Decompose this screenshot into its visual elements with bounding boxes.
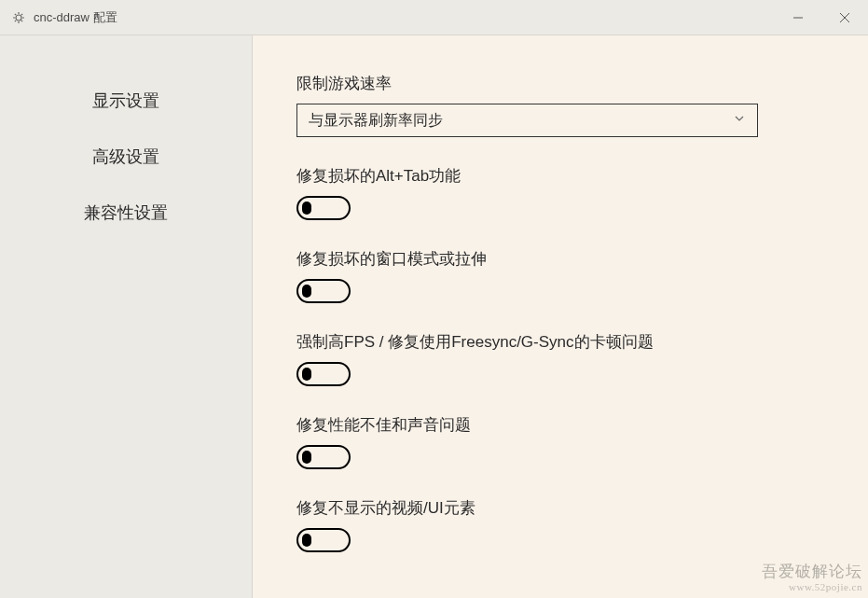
toggle-knob [302, 451, 311, 464]
setting-fix-perf: 修复性能不佳和声音问题 [296, 414, 823, 469]
watermark-main: 吾爱破解论坛 [762, 563, 862, 581]
watermark-sub: www.52pojie.cn [762, 581, 862, 592]
fix-ui-toggle[interactable] [296, 528, 351, 552]
titlebar: cnc-ddraw 配置 [0, 0, 868, 35]
select-value: 与显示器刷新率同步 [309, 111, 733, 131]
setting-label: 修复损坏的Alt+Tab功能 [296, 165, 823, 187]
setting-limit-speed: 限制游戏速率 与显示器刷新率同步 [296, 73, 823, 137]
toggle-knob [302, 534, 311, 547]
chevron-down-icon [733, 112, 746, 129]
svg-point-0 [16, 15, 21, 21]
fix-window-toggle[interactable] [296, 279, 351, 303]
watermark: 吾爱破解论坛 www.52pojie.cn [762, 563, 862, 592]
force-fps-toggle[interactable] [296, 362, 351, 386]
toggle-knob [302, 202, 311, 215]
setting-force-fps: 强制高FPS / 修复使用Freesync/G-Sync的卡顿问题 [296, 331, 823, 386]
setting-fix-ui: 修复不显示的视频/UI元素 [296, 497, 823, 552]
toggle-knob [302, 368, 311, 381]
window-title: cnc-ddraw 配置 [34, 9, 775, 26]
minimize-button[interactable] [775, 0, 821, 35]
sidebar-item-label: 高级设置 [92, 147, 159, 166]
sidebar-item-label: 显示设置 [92, 91, 159, 110]
setting-fix-window: 修复损坏的窗口模式或拉伸 [296, 248, 823, 303]
sidebar-item-compat[interactable]: 兼容性设置 [0, 185, 252, 241]
close-button[interactable] [821, 0, 868, 35]
setting-label: 修复不显示的视频/UI元素 [296, 497, 823, 519]
sidebar-item-display[interactable]: 显示设置 [0, 73, 252, 129]
toggle-knob [302, 285, 311, 298]
fix-alttab-toggle[interactable] [296, 196, 351, 220]
fix-perf-toggle[interactable] [296, 445, 351, 469]
sidebar-item-advanced[interactable]: 高级设置 [0, 129, 252, 185]
setting-label: 修复损坏的窗口模式或拉伸 [296, 248, 823, 270]
limit-speed-select[interactable]: 与显示器刷新率同步 [296, 104, 758, 137]
sidebar-item-label: 兼容性设置 [84, 203, 168, 222]
setting-label: 限制游戏速率 [296, 73, 823, 94]
setting-fix-alttab: 修复损坏的Alt+Tab功能 [296, 165, 823, 220]
setting-label: 修复性能不佳和声音问题 [296, 414, 823, 436]
main-container: 显示设置 高级设置 兼容性设置 限制游戏速率 与显示器刷新率同步 修复损坏的Al… [0, 35, 868, 598]
setting-label: 强制高FPS / 修复使用Freesync/G-Sync的卡顿问题 [296, 331, 823, 353]
sidebar: 显示设置 高级设置 兼容性设置 [0, 35, 252, 598]
window-controls [775, 0, 868, 35]
content-panel: 限制游戏速率 与显示器刷新率同步 修复损坏的Alt+Tab功能 修复损坏的窗口模… [252, 35, 868, 598]
app-icon [11, 10, 26, 25]
